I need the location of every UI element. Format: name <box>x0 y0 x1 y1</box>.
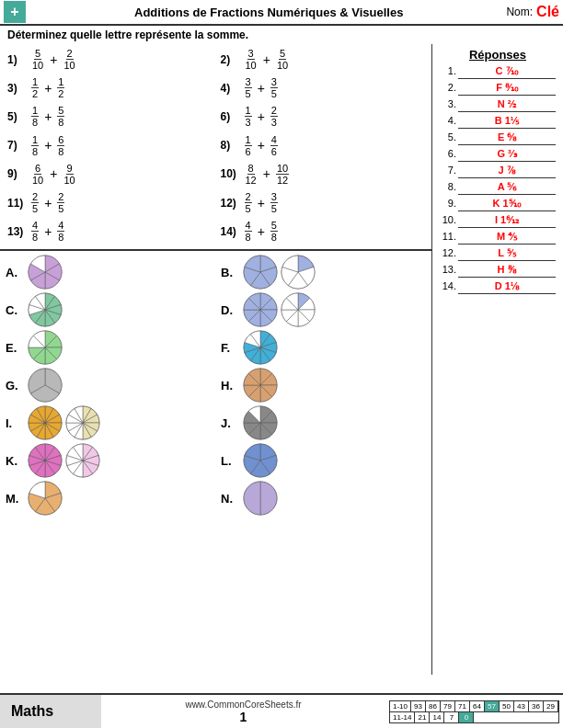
stat-value: 79 <box>441 701 455 711</box>
pie-chart <box>28 481 63 516</box>
page-title: Additions de Fractions Numériques & Visu… <box>31 6 506 19</box>
visual-item: K. <box>6 443 212 478</box>
stat-value: 7 <box>444 712 459 722</box>
problem-number: 7) <box>7 139 28 152</box>
stat-value: 43 <box>514 701 529 711</box>
nom-label: Nom: <box>506 6 533 18</box>
stat-value: 36 <box>529 701 544 711</box>
problem-item: 14) 4 8 + 5 8 <box>221 218 425 245</box>
pie-container <box>243 292 316 327</box>
pie-chart <box>243 330 278 365</box>
problem-number: 8) <box>221 139 241 152</box>
pie-chart <box>243 255 278 290</box>
pie-container <box>28 255 63 290</box>
response-number: 7. <box>440 165 456 176</box>
problem-number: 3) <box>7 82 28 95</box>
response-item: 11. M ⁴⁄₅ <box>440 231 556 245</box>
response-value: G ³⁄₃ <box>458 148 556 162</box>
response-value: F ⁸⁄₁₀ <box>458 82 556 96</box>
visual-label: G. <box>6 379 24 392</box>
pie-container <box>28 443 100 478</box>
response-value: L ⁵⁄₅ <box>458 247 556 261</box>
fraction-2: 1 2 <box>57 76 64 99</box>
fraction-1: 4 8 <box>31 220 39 243</box>
response-value: K 1⁵⁄₁₀ <box>458 198 556 211</box>
response-value: D 1¹⁄₈ <box>458 280 556 294</box>
problem-number: 10) <box>221 167 241 180</box>
plus-sign: + <box>44 138 52 153</box>
pie-container <box>243 330 278 365</box>
problem-number: 6) <box>221 110 241 123</box>
problems-grid: 1) 5 10 + 2 10 2) 3 10 + 5 10 3) 1 2 + 1… <box>7 46 424 245</box>
stat-value: 21 <box>415 712 430 722</box>
problem-number: 4) <box>221 82 241 95</box>
visual-label: I. <box>6 416 24 430</box>
stat-value: 93 <box>411 701 426 711</box>
problem-number: 5) <box>7 110 28 123</box>
pie-container <box>28 405 100 440</box>
problem-number: 2) <box>221 53 241 66</box>
fraction-1: 8 12 <box>245 163 258 186</box>
fraction-2: 5 10 <box>276 48 289 71</box>
fraction-1: 2 5 <box>31 191 39 214</box>
stat-value: 64 <box>470 701 485 711</box>
response-number: 9. <box>440 198 456 209</box>
visual-label: K. <box>6 454 24 468</box>
visual-label: L. <box>221 454 239 468</box>
stat-value: 50 <box>500 701 514 711</box>
response-item: 7. J ⁷⁄₈ <box>440 165 556 178</box>
problem-number: 9) <box>7 167 28 180</box>
fraction-2: 3 5 <box>270 191 278 214</box>
visual-item: M. <box>6 481 212 516</box>
response-value: M ⁴⁄₅ <box>458 231 556 245</box>
plus-sign: + <box>258 196 265 210</box>
footer-middle: www.CommonCoreSheets.fr 1 <box>101 695 385 728</box>
response-number: 3. <box>440 98 456 109</box>
pie-chart <box>65 443 100 478</box>
footer-stats: 1-10 93867971645750433629 11-14 211470 <box>385 695 563 728</box>
plus-sign: + <box>258 138 265 153</box>
fraction-1: 1 2 <box>31 76 39 99</box>
pie-chart <box>243 481 278 516</box>
main-content: 1) 5 10 + 2 10 2) 3 10 + 5 10 3) 1 2 + 1… <box>0 44 563 675</box>
stat-value: 86 <box>426 701 441 711</box>
stats-vals-bot: 211470 <box>415 712 474 722</box>
pie-chart <box>28 255 63 290</box>
pie-chart <box>243 292 278 327</box>
problem-number: 11) <box>7 197 28 210</box>
visual-label: M. <box>6 492 24 506</box>
problem-item: 2) 3 10 + 5 10 <box>221 46 425 73</box>
response-value: J ⁷⁄₈ <box>458 165 556 178</box>
response-item: 1. C ⁷⁄₁₀ <box>440 65 556 79</box>
problem-item: 8) 1 6 + 4 6 <box>221 132 425 159</box>
response-item: 6. G ³⁄₃ <box>440 148 556 162</box>
fraction-2: 2 3 <box>270 105 278 128</box>
response-item: 2. F ⁸⁄₁₀ <box>440 82 556 96</box>
pie-chart <box>243 368 278 403</box>
fraction-1: 3 10 <box>245 48 258 71</box>
visual-item: A. <box>6 255 212 290</box>
response-value: E ⁶⁄₈ <box>458 131 556 145</box>
response-number: 14. <box>440 280 456 291</box>
response-number: 6. <box>440 148 456 159</box>
response-number: 13. <box>440 264 456 275</box>
response-value: B 1¹⁄₅ <box>458 115 556 129</box>
visual-section: A.B.C.D.E.F.G.H.I.J.K.L.M.N. <box>0 253 432 675</box>
response-item: 14. D 1¹⁄₈ <box>440 280 556 294</box>
pie-container <box>243 368 278 403</box>
problem-item: 9) 6 10 + 9 10 <box>7 161 212 188</box>
pie-chart <box>28 405 63 440</box>
pie-chart <box>28 292 63 327</box>
plus-sign: + <box>258 224 265 239</box>
instruction-text: Déterminez quelle lettre représente la s… <box>0 26 563 44</box>
fraction-2: 9 10 <box>63 163 75 186</box>
plus-sign: + <box>44 81 52 96</box>
problem-item: 7) 1 8 + 6 8 <box>7 132 212 159</box>
problem-number: 14) <box>221 225 241 238</box>
stat-value: 14 <box>430 712 444 722</box>
problem-item: 5) 1 8 + 5 8 <box>7 103 212 130</box>
problem-item: 11) 2 5 + 2 5 <box>7 189 212 216</box>
fraction-1: 1 6 <box>245 134 252 157</box>
fraction-1: 1 8 <box>31 105 39 128</box>
response-number: 1. <box>440 65 456 76</box>
